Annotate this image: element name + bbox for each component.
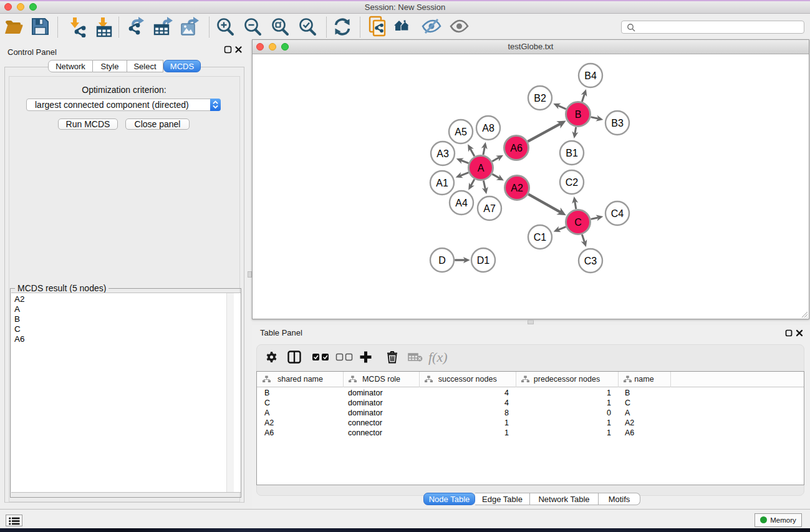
svg-text:D1: D1 xyxy=(477,255,490,266)
svg-text:C3: C3 xyxy=(584,256,597,266)
svg-text:A7: A7 xyxy=(483,203,496,214)
svg-text:A5: A5 xyxy=(455,127,467,137)
svg-text:C: C xyxy=(574,217,582,228)
svg-text:C1: C1 xyxy=(534,232,547,243)
svg-text:C2: C2 xyxy=(566,177,579,188)
svg-text:B2: B2 xyxy=(534,93,546,104)
svg-text:A2: A2 xyxy=(511,183,523,193)
svg-text:D: D xyxy=(438,255,446,266)
svg-text:B: B xyxy=(575,109,582,120)
svg-text:A1: A1 xyxy=(436,178,448,188)
svg-text:A8: A8 xyxy=(482,123,494,133)
svg-text:B4: B4 xyxy=(584,70,597,81)
svg-text:B3: B3 xyxy=(611,118,624,128)
svg-text:C4: C4 xyxy=(611,208,624,219)
svg-text:A: A xyxy=(478,163,485,173)
svg-text:B1: B1 xyxy=(566,148,578,158)
svg-text:A6: A6 xyxy=(510,143,523,153)
svg-text:A4: A4 xyxy=(455,198,468,208)
svg-text:A3: A3 xyxy=(436,148,449,159)
